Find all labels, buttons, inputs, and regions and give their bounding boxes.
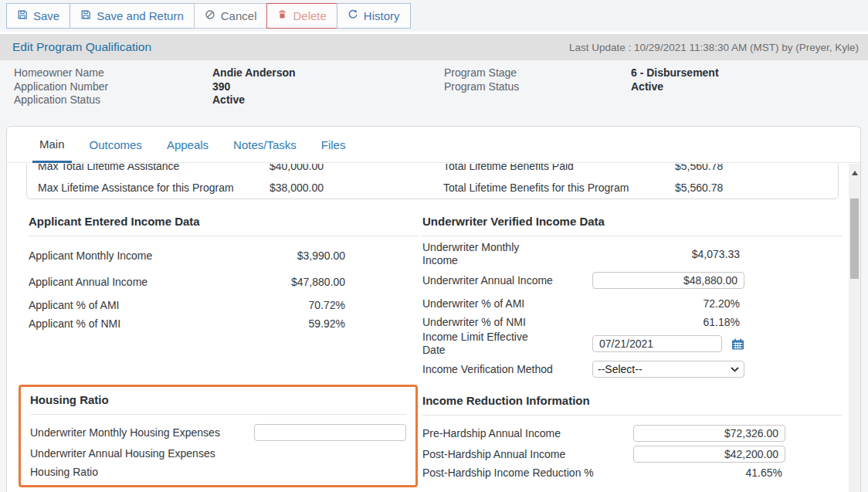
underwriter-pct-ami-value: 72.20% [704, 297, 744, 310]
save-and-return-button-label: Save and Return [97, 9, 184, 22]
homeowner-name-label: Homeowner Name [14, 66, 212, 80]
underwriter-monthly-housing-expenses-row: Underwriter Monthly Housing Expenses [30, 421, 406, 444]
max-total-lifetime-assistance-value: $40,000.00 [270, 164, 443, 173]
main-card: Main Outcomes Appeals Notes/Tasks Files … [6, 126, 861, 492]
floppy-icon [17, 9, 28, 22]
underwriter-monthly-housing-expenses-label: Underwriter Monthly Housing Expenses [30, 426, 220, 439]
income-reduction-heading: Income Reduction Information [422, 394, 843, 416]
history-button[interactable]: History [337, 3, 411, 29]
save-and-return-button[interactable]: Save and Return [70, 3, 195, 29]
summary-left-group: Homeowner Name Application Number Applic… [14, 66, 296, 107]
program-status-value: Active [631, 80, 719, 94]
lifetime-assistance-table: Max Total Lifetime Assistance $40,000.00… [26, 164, 839, 199]
post-hardship-income-reduction-value: 41.65% [746, 467, 785, 479]
applicant-income-rows: Applicant Monthly Income $3,990.00 Appli… [29, 243, 345, 332]
pre-hardship-annual-income-input[interactable] [633, 425, 785, 442]
pre-hardship-annual-income-label: Pre-Hardship Annual Income [422, 427, 615, 439]
underwriter-annual-housing-expenses-label: Underwriter Annual Housing Expenses [30, 447, 215, 460]
table-row: Max Lifetime Assistance for this Program… [27, 177, 838, 198]
table-row: Max Total Lifetime Assistance $40,000.00… [27, 164, 838, 177]
applicant-pct-ami-value: 70.72% [309, 299, 345, 311]
application-number-value: 390 [212, 80, 296, 94]
applicant-monthly-income-row: Applicant Monthly Income $3,990.00 [29, 243, 345, 269]
income-reduction-rows: Pre-Hardship Annual Income Post-Hardship… [422, 422, 785, 482]
applicant-pct-nmi-label: Applicant % of NMI [29, 317, 120, 330]
applicant-monthly-income-label: Applicant Monthly Income [29, 249, 152, 262]
program-stage-value: 6 - Disbursement [631, 66, 719, 80]
underwriter-annual-income-label: Underwriter Annual Income [422, 274, 554, 287]
underwriter-annual-income-row: Underwriter Annual Income [422, 267, 744, 294]
tab-notes-tasks[interactable]: Notes/Tasks [226, 127, 303, 162]
delete-button[interactable]: Delete [266, 3, 337, 29]
housing-ratio-rows: Underwriter Monthly Housing Expenses Und… [30, 421, 406, 481]
tab-main[interactable]: Main [32, 127, 72, 163]
save-button-label: Save [33, 9, 59, 22]
total-lifetime-benefits-paid-value: $5,560.78 [675, 164, 827, 173]
income-verification-method-label: Income Verification Method [422, 363, 554, 376]
housing-ratio-label: Housing Ratio [30, 466, 98, 478]
max-lifetime-assistance-program-value: $38,000.00 [270, 181, 443, 195]
applicant-income-heading: Applicant Entered Income Data [29, 215, 419, 236]
application-number-label: Application Number [14, 80, 212, 94]
last-update-text: Last Update : 10/29/2021 11:38:30 AM (MS… [569, 42, 859, 53]
cancel-icon [205, 9, 215, 22]
history-icon [348, 9, 358, 22]
pre-hardship-annual-income-row: Pre-Hardship Annual Income [422, 422, 785, 445]
underwriter-pct-nmi-row: Underwriter % of NMI 61.18% [422, 314, 744, 331]
cancel-button[interactable]: Cancel [194, 3, 268, 29]
toolbar: Save Save and Return Cancel Delete Histo… [0, 0, 868, 32]
tab-outcomes[interactable]: Outcomes [83, 127, 149, 162]
applicant-annual-income-row: Applicant Annual Income $47,880.00 [29, 269, 345, 295]
tab-content: Max Total Lifetime Assistance $40,000.00… [8, 164, 849, 492]
vertical-scrollbar[interactable] [849, 164, 860, 492]
summary-right-group: Program Stage Program Status 6 - Disburs… [444, 66, 719, 93]
housing-ratio-row: Housing Ratio [30, 463, 406, 481]
income-limit-effective-date-input[interactable] [592, 335, 722, 352]
underwriter-income-heading: Underwriter Verified Income Data [422, 215, 843, 236]
applicant-pct-ami-label: Applicant % of AMI [29, 299, 120, 311]
applicant-monthly-income-value: $3,990.00 [297, 249, 345, 262]
applicant-pct-nmi-row: Applicant % of NMI 59.92% [29, 315, 345, 332]
underwriter-pct-nmi-value: 61.18% [704, 316, 744, 328]
tab-bar: Main Outcomes Appeals Notes/Tasks Files [7, 127, 860, 163]
applicant-income-section: Applicant Entered Income Data Applicant … [29, 215, 419, 332]
tab-appeals[interactable]: Appeals [160, 127, 215, 162]
tab-files[interactable]: Files [314, 127, 353, 162]
trash-icon [277, 9, 287, 22]
underwriter-annual-income-input[interactable] [592, 272, 744, 289]
housing-ratio-heading: Housing Ratio [30, 393, 406, 415]
scroll-up-button[interactable] [849, 164, 860, 178]
history-button-label: History [364, 9, 400, 22]
post-hardship-annual-income-input[interactable] [633, 446, 785, 463]
page-title: Edit Program Qualification [12, 40, 151, 54]
summary-left-values: Andie Anderson 390 Active [212, 66, 296, 107]
income-limit-effective-date-row: Income Limit Effective Date [422, 331, 744, 357]
underwriter-monthly-income-row: Underwriter Monthly Income $4,073.33 [422, 241, 744, 267]
post-hardship-income-reduction-row: Post-Hardship Income Reduction % 41.65% [422, 463, 785, 482]
total-lifetime-benefits-program-value: $5,560.78 [675, 181, 827, 195]
housing-ratio-highlight-box: Housing Ratio Underwriter Monthly Housin… [19, 385, 418, 487]
post-hardship-income-reduction-label: Post-Hardship Income Reduction % [422, 467, 615, 479]
applicant-pct-nmi-value: 59.92% [309, 317, 345, 330]
underwriter-pct-ami-label: Underwriter % of AMI [422, 297, 554, 310]
summary-right-labels: Program Stage Program Status [444, 66, 631, 93]
application-status-value: Active [212, 93, 296, 107]
scrollbar-thumb[interactable] [850, 198, 859, 279]
underwriter-monthly-housing-expenses-input[interactable] [254, 424, 406, 441]
title-bar: Edit Program Qualification Last Update :… [0, 34, 868, 60]
application-summary: Homeowner Name Application Number Applic… [0, 60, 868, 126]
delete-button-label: Delete [293, 9, 326, 22]
income-limit-effective-date-label: Income Limit Effective Date [422, 331, 554, 357]
income-verification-method-select[interactable]: --Select-- [592, 361, 744, 378]
post-hardship-annual-income-row: Post-Hardship Annual Income [422, 445, 785, 463]
underwriter-monthly-income-label: Underwriter Monthly Income [422, 241, 554, 267]
summary-left-labels: Homeowner Name Application Number Applic… [14, 66, 212, 107]
calendar-icon[interactable] [731, 338, 744, 350]
floppy-icon [80, 9, 91, 22]
post-hardship-annual-income-label: Post-Hardship Annual Income [422, 448, 615, 460]
save-button[interactable]: Save [6, 3, 70, 29]
homeowner-name-value: Andie Anderson [212, 66, 296, 80]
arrow-up-icon [852, 171, 858, 175]
applicant-annual-income-value: $47,880.00 [291, 276, 345, 288]
total-lifetime-benefits-program-label: Total Lifetime Benefits for this Program [443, 181, 675, 195]
